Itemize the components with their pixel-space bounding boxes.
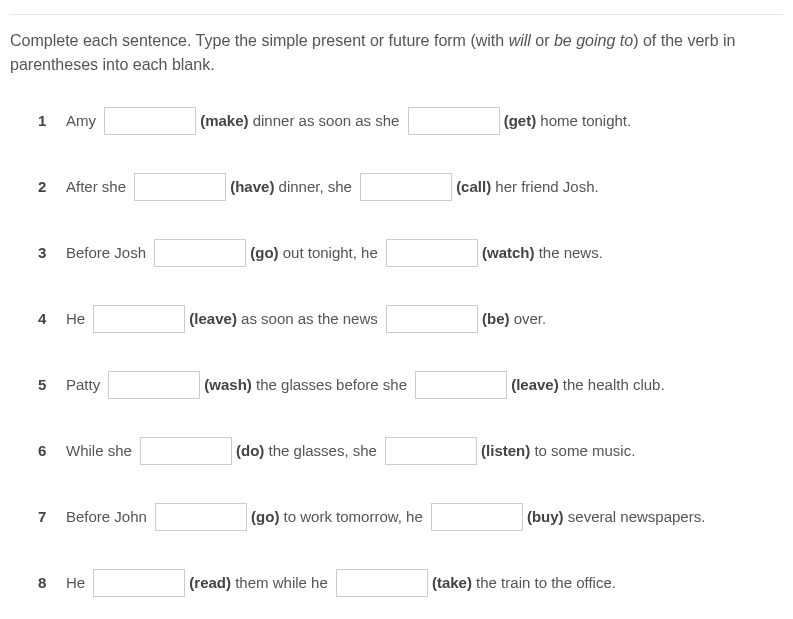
answer-input-2[interactable] [431,503,523,531]
sentence-text: He [66,572,89,595]
verb-label: (leave) [511,374,559,397]
exercise-row: 8He (read) them while he (take) the trai… [38,569,783,597]
exercise-row: 3Before Josh (go) out tonight, he (watch… [38,239,783,267]
instructions-italic-will: will [509,32,531,49]
verb-label: (go) [250,242,278,265]
sentence-text: the glasses before she [252,374,411,397]
sentence-text: Amy [66,110,100,133]
answer-input-1[interactable] [93,305,185,333]
sentence-text: the train to the office. [472,572,616,595]
instructions-text: Complete each sentence. Type the simple … [10,29,783,77]
verb-label: (be) [482,308,510,331]
sentence-text: the glasses, she [264,440,381,463]
exercise-number: 8 [38,572,66,595]
sentence-text: as soon as the news [237,308,382,331]
exercise-row: 1Amy (make) dinner as soon as she (get) … [38,107,783,135]
sentence-text: Patty [66,374,104,397]
sentence-text: the health club. [559,374,665,397]
sentence-text: Before Josh [66,242,150,265]
verb-label: (do) [236,440,264,463]
answer-input-2[interactable] [386,305,478,333]
instructions-part: or [531,32,554,49]
exercise-number: 7 [38,506,66,529]
instructions-part: Complete each sentence. Type the simple … [10,32,509,49]
exercise-row: 2After she (have) dinner, she (call) her… [38,173,783,201]
answer-input-1[interactable] [93,569,185,597]
sentence-text: After she [66,176,130,199]
answer-input-2[interactable] [385,437,477,465]
verb-label: (watch) [482,242,535,265]
answer-input-2[interactable] [408,107,500,135]
verb-label: (get) [504,110,537,133]
sentence-text: the news. [534,242,602,265]
answer-input-1[interactable] [134,173,226,201]
sentence-text: Before John [66,506,151,529]
verb-label: (have) [230,176,274,199]
verb-label: (call) [456,176,491,199]
sentence-text: her friend Josh. [491,176,599,199]
sentence-text: He [66,308,89,331]
sentence-text: dinner as soon as she [249,110,404,133]
answer-input-2[interactable] [360,173,452,201]
exercise-number: 3 [38,242,66,265]
verb-label: (leave) [189,308,237,331]
answer-input-1[interactable] [154,239,246,267]
answer-input-1[interactable] [108,371,200,399]
sentence-text: out tonight, he [279,242,382,265]
exercise-number: 5 [38,374,66,397]
exercise-row: 5Patty (wash) the glasses before she (le… [38,371,783,399]
verb-label: (take) [432,572,472,595]
verb-label: (wash) [204,374,252,397]
sentence-text: over. [509,308,546,331]
sentence-text: home tonight. [536,110,631,133]
exercise-number: 4 [38,308,66,331]
answer-input-2[interactable] [336,569,428,597]
answer-input-2[interactable] [386,239,478,267]
sentence-text: to some music. [530,440,635,463]
verb-label: (read) [189,572,231,595]
verb-label: (listen) [481,440,530,463]
exercise-number: 6 [38,440,66,463]
instructions-italic-begoingto: be going to [554,32,633,49]
sentence-text: While she [66,440,136,463]
sentence-text: several newspapers. [564,506,706,529]
exercise-number: 2 [38,176,66,199]
answer-input-1[interactable] [155,503,247,531]
exercise-row: 7Before John (go) to work tomorrow, he (… [38,503,783,531]
section-divider [10,14,783,15]
sentence-text: to work tomorrow, he [279,506,427,529]
verb-label: (make) [200,110,248,133]
verb-label: (buy) [527,506,564,529]
answer-input-2[interactable] [415,371,507,399]
exercise-number: 1 [38,110,66,133]
answer-input-1[interactable] [140,437,232,465]
sentence-text: dinner, she [274,176,356,199]
exercise-row: 6While she (do) the glasses, she (listen… [38,437,783,465]
exercise-list: 1Amy (make) dinner as soon as she (get) … [10,107,783,597]
sentence-text: them while he [231,572,332,595]
exercise-row: 4He (leave) as soon as the news (be) ove… [38,305,783,333]
verb-label: (go) [251,506,279,529]
answer-input-1[interactable] [104,107,196,135]
